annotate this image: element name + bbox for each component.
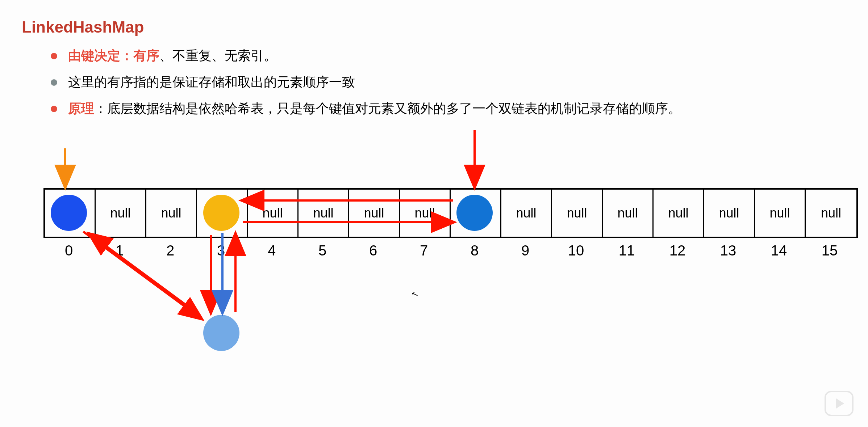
table-cell: null <box>501 190 552 237</box>
table-cell: null <box>96 190 146 237</box>
index-label: 12 <box>652 242 703 259</box>
bullet-black-part: 、不重复、无索引。 <box>159 48 277 63</box>
index-label: 11 <box>601 242 652 259</box>
table-row: nullnullnullnullnullnullnullnullnullnull… <box>43 188 858 238</box>
table-cell: null <box>704 190 755 237</box>
index-label: 15 <box>804 242 855 259</box>
bullet-list: 由键决定：有序、不重复、无索引。 这里的有序指的是保证存储和取出的元素顺序一致 … <box>51 47 681 126</box>
hash-table-diagram: nullnullnullnullnullnullnullnullnullnull… <box>43 188 858 259</box>
page-title: LinkedHashMap <box>22 18 144 36</box>
table-cell: null <box>400 190 451 237</box>
bullet-1: 由键决定：有序、不重复、无索引。 <box>51 47 681 65</box>
table-cell: null <box>552 190 603 237</box>
table-cell: null <box>806 190 856 237</box>
index-label: 14 <box>754 242 804 259</box>
index-label: 0 <box>43 242 94 259</box>
bullet-2: 这里的有序指的是保证存储和取出的元素顺序一致 <box>51 73 681 91</box>
index-label: 5 <box>297 242 348 259</box>
index-label: 2 <box>145 242 196 259</box>
index-label: 10 <box>551 242 601 259</box>
index-label: 6 <box>348 242 398 259</box>
table-cell: null <box>755 190 806 237</box>
index-label: 4 <box>246 242 297 259</box>
bullet-3: 原理：底层数据结构是依然哈希表，只是每个键值对元素又额外的多了一个双链表的机制记… <box>51 100 681 118</box>
bullet-text: 这里的有序指的是保证存储和取出的元素顺序一致 <box>68 73 355 91</box>
bullet-dot-icon <box>51 53 57 59</box>
bullet-dot-icon <box>51 79 57 86</box>
table-cell: null <box>654 190 704 237</box>
index-label: 8 <box>449 242 500 259</box>
index-label: 7 <box>398 242 449 259</box>
node-circle-3 <box>203 195 239 231</box>
bullet-red-part: 原理 <box>68 101 94 116</box>
table-cell: null <box>299 190 349 237</box>
table-cell: null <box>248 190 299 237</box>
table-cell: null <box>349 190 400 237</box>
bullet-dot-icon <box>51 106 57 112</box>
table-cell: null <box>603 190 654 237</box>
bullet-red-part: 由键决定：有序 <box>68 48 159 63</box>
index-label: 3 <box>196 242 246 259</box>
play-icon[interactable] <box>825 391 854 416</box>
bullet-black-part: ：底层数据结构是依然哈希表，只是每个键值对元素又额外的多了一个双链表的机制记录存… <box>94 101 681 116</box>
table-cell: null <box>146 190 197 237</box>
bullet-text: 由键决定：有序、不重复、无索引。 <box>68 47 277 65</box>
cursor-icon: ↖ <box>410 289 420 300</box>
node-circle-chain <box>203 315 239 351</box>
node-circle-0 <box>51 195 87 231</box>
index-row: 0123456789101112131415 <box>43 242 858 259</box>
index-label: 13 <box>703 242 754 259</box>
bullet-text: 原理：底层数据结构是依然哈希表，只是每个键值对元素又额外的多了一个双链表的机制记… <box>68 100 681 118</box>
node-circle-8 <box>456 195 493 231</box>
index-label: 9 <box>500 242 551 259</box>
index-label: 1 <box>94 242 145 259</box>
